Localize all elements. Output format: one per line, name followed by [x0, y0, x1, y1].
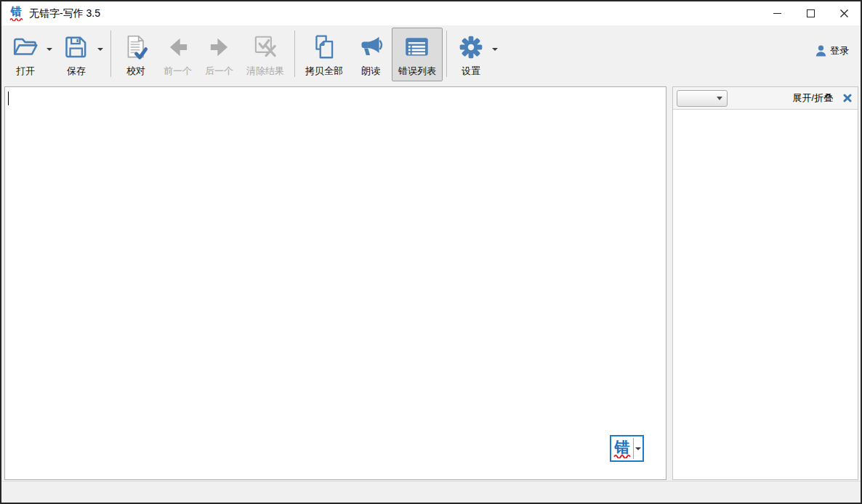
error-list-body [673, 110, 858, 479]
open-dropdown-arrow-icon[interactable] [47, 48, 52, 51]
toolbar-button-next[interactable]: 后一个 [198, 28, 240, 81]
save-dropdown-arrow-icon[interactable] [97, 48, 103, 51]
settings-gear-icon [457, 33, 485, 61]
toolbar-separator [294, 31, 295, 77]
title-bar: 错 无错字-写作 3.5 [1, 1, 861, 25]
window-title: 无错字-写作 3.5 [29, 7, 100, 20]
error-list-icon [403, 33, 432, 61]
settings-dropdown-arrow-icon[interactable] [492, 48, 498, 51]
app-window: 错 无错字-写作 3.5 打开 [0, 0, 862, 504]
status-bar [1, 481, 861, 503]
main-area: 错 展开/折叠 [1, 85, 861, 481]
toolbar-separator [446, 31, 447, 77]
error-marker-main[interactable]: 错 [611, 436, 633, 460]
proofread-icon [121, 33, 150, 62]
minimize-button[interactable] [760, 1, 794, 25]
window-controls [760, 1, 861, 25]
login-button[interactable]: 登录 [815, 44, 849, 57]
text-cursor [8, 92, 9, 105]
red-wavy-underline [613, 454, 631, 458]
panel-close-button[interactable] [843, 94, 852, 102]
red-wavy-underline [9, 17, 23, 21]
expand-collapse-button[interactable]: 展开/折叠 [792, 92, 833, 105]
chevron-down-icon [717, 97, 722, 100]
error-list-panel-header: 展开/折叠 [673, 87, 858, 110]
error-type-dropdown[interactable] [677, 90, 728, 107]
editor-text-area[interactable]: 错 [4, 86, 666, 480]
chevron-down-icon [635, 447, 641, 450]
user-icon [815, 45, 826, 57]
maximize-button[interactable] [794, 1, 827, 25]
save-icon [63, 33, 90, 61]
close-button[interactable] [827, 1, 861, 25]
toolbar-button-copy-all[interactable]: 拷贝全部 [299, 28, 350, 81]
toolbar-button-clear-results[interactable]: 清除结果 [240, 28, 291, 81]
toolbar-button-read-aloud[interactable]: 朗读 [350, 28, 392, 81]
toolbar-separator [110, 31, 111, 77]
clear-results-icon [251, 33, 280, 62]
toolbar-button-open[interactable]: 打开 [5, 28, 56, 81]
toolbar-button-error-list[interactable]: 错误列表 [392, 28, 443, 81]
open-folder-icon [12, 33, 39, 61]
read-aloud-icon [356, 33, 385, 61]
maximize-icon [807, 9, 815, 17]
close-icon [839, 9, 849, 18]
error-marker-dropdown[interactable] [634, 436, 643, 460]
previous-arrow-icon [164, 33, 192, 61]
toolbar-button-save[interactable]: 保存 [56, 28, 107, 81]
toolbar-button-previous[interactable]: 前一个 [157, 28, 198, 81]
close-icon [843, 94, 852, 102]
error-marker-split-button[interactable]: 错 [610, 435, 644, 462]
next-arrow-icon [206, 33, 233, 61]
toolbar: 打开 保存 [1, 25, 861, 85]
toolbar-button-proofread[interactable]: 校对 [115, 28, 157, 81]
minimize-icon [773, 13, 781, 14]
error-list-panel: 展开/折叠 [672, 86, 858, 480]
copy-all-icon [310, 33, 338, 61]
app-logo-icon: 错 [8, 5, 24, 23]
toolbar-button-settings[interactable]: 设置 [451, 28, 502, 81]
